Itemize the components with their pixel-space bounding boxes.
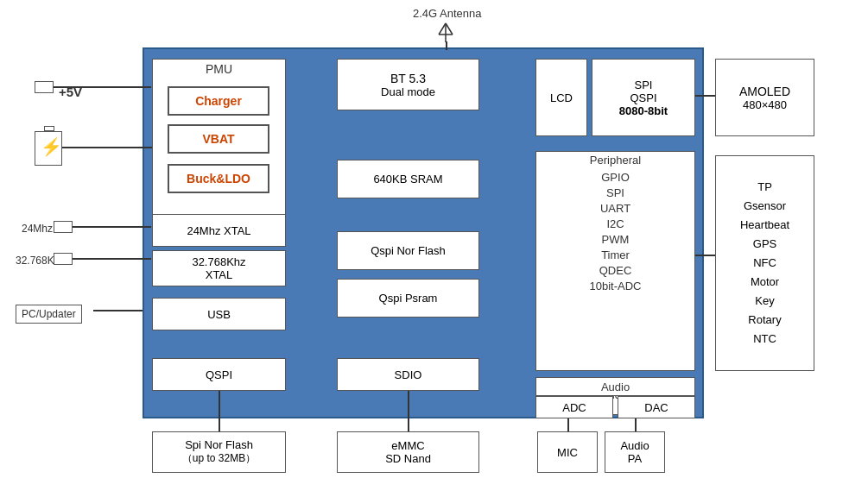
periph-nfc: NFC xyxy=(753,254,776,273)
periph-key: Key xyxy=(755,292,774,311)
audio-adc-inner: ADC xyxy=(535,396,613,418)
line-mic-adc xyxy=(567,418,569,431)
line-periph-right xyxy=(695,255,715,256)
mic-label: MIC xyxy=(557,446,578,459)
emmc-box: eMMC SD Nand xyxy=(337,431,479,473)
line-pc-updater xyxy=(93,310,143,311)
line-xtal32 xyxy=(73,258,151,260)
xtal-32-line1: 32.768Khz xyxy=(192,255,245,268)
lcd-iface-spi: SPI xyxy=(635,79,653,91)
line-lcd-amoled xyxy=(695,95,715,97)
bt-box: BT 5.3 Dual mode xyxy=(337,59,479,110)
pmu-buck-label: Buck&LDO xyxy=(187,172,250,186)
line-5v-pmu xyxy=(54,86,151,88)
bt-line2: Dual mode xyxy=(381,85,435,98)
mic-box: MIC xyxy=(537,431,598,473)
qspi-left-label: QSPI xyxy=(206,368,232,381)
peripheral-i2c: I2C xyxy=(535,217,695,230)
peripheral-qdec: QDEC xyxy=(535,264,695,277)
sram-box: 640KB SRAM xyxy=(337,160,479,198)
emmc-line1: eMMC xyxy=(391,439,424,452)
audio-pa-line1: Audio xyxy=(620,439,649,452)
antenna-label: 2.4G Antenna xyxy=(413,7,482,20)
amoled-box: AMOLED 480×480 xyxy=(715,59,814,136)
svg-line-2 xyxy=(446,23,453,35)
audio-pa-box: Audio PA xyxy=(605,431,665,473)
power-connector xyxy=(35,81,54,93)
emmc-line2: SD Nand xyxy=(385,452,431,465)
amoled-line1: AMOLED xyxy=(739,85,790,98)
pmu-charger-label: Charger xyxy=(195,94,242,108)
peripheral-adc: 10bit-ADC xyxy=(535,280,695,292)
xtal-24-label: 24Mhz xyxy=(22,223,53,235)
battery-top xyxy=(44,126,54,131)
peripheral-label: Peripheral xyxy=(535,154,695,167)
xtal-32-line2: XTAL xyxy=(206,268,233,281)
pmu-title: PMU xyxy=(152,62,286,76)
usb-label: USB xyxy=(207,308,231,321)
svg-line-1 xyxy=(439,23,446,35)
line-pa-dac xyxy=(635,418,637,431)
audio-dac-inner: DAC xyxy=(618,396,695,418)
qspi-nor-box: Qspi Nor Flash xyxy=(337,231,479,270)
peripheral-gpio: GPIO xyxy=(535,171,695,184)
xtal-32-connector xyxy=(54,253,73,265)
lcd-iface-qspi: QSPI xyxy=(630,91,656,104)
peripheral-pwm: PWM xyxy=(535,233,695,246)
peripherals-right-box: TP Gsensor Heartbeat GPS NFC Motor Key R… xyxy=(715,155,814,371)
lcd-interface-box: SPI QSPI 8080-8bit xyxy=(592,59,695,136)
pmu-vbat-box: VBAT xyxy=(168,124,269,154)
audio-adc-label: ADC xyxy=(562,401,586,414)
qspi-nor-label: Qspi Nor Flash xyxy=(371,244,446,257)
qspi-psram-label: Qspi Psram xyxy=(379,292,438,305)
bt-line1: BT 5.3 xyxy=(390,72,426,85)
line-battery-pmu xyxy=(62,147,166,148)
peripheral-timer: Timer xyxy=(535,248,695,261)
peripheral-spi: SPI xyxy=(535,186,695,199)
antenna-symbol xyxy=(436,19,455,43)
periph-heartbeat: Heartbeat xyxy=(740,216,789,235)
periph-gsensor: Gsensor xyxy=(744,197,786,216)
pmu-vbat-label: VBAT xyxy=(202,132,234,146)
spi-flash-box: Spi Nor Flash （up to 32MB） xyxy=(152,431,286,473)
battery: ⚡ xyxy=(35,131,62,166)
battery-bolt-icon: ⚡ xyxy=(41,136,62,157)
peripheral-uart: UART xyxy=(535,202,695,215)
periph-ntc: NTC xyxy=(753,330,776,349)
antenna-line-v xyxy=(446,41,447,50)
spi-flash-line1: Spi Nor Flash xyxy=(185,438,253,451)
xtal-24-box: 24Mhz XTAL xyxy=(152,214,286,247)
line-qspi-flash xyxy=(219,391,220,431)
periph-rotary: Rotary xyxy=(748,311,781,330)
periph-motor: Motor xyxy=(751,273,779,292)
sdio-label: SDIO xyxy=(395,368,422,381)
periph-tp: TP xyxy=(757,178,772,197)
lcd-iface-8080: 8080-8bit xyxy=(619,104,668,117)
pmu-charger-box: Charger xyxy=(168,86,269,116)
xtal-24-inner-label: 24Mhz XTAL xyxy=(187,224,250,237)
amoled-line2: 480×480 xyxy=(743,98,787,111)
pc-updater-label: PC/Updater xyxy=(16,305,82,324)
xtal-32-box: 32.768Khz XTAL xyxy=(152,250,286,286)
spi-flash-line2: （up to 32MB） xyxy=(182,451,256,466)
line-sdio-emmc xyxy=(408,391,409,431)
sdio-box: SDIO xyxy=(337,358,479,391)
pmu-buck-box: Buck&LDO xyxy=(168,164,269,193)
line-xtal24 xyxy=(73,226,151,228)
audio-pa-line2: PA xyxy=(628,452,642,465)
diagram-container: 2.4G Antenna +5V ⚡ 24Mhz 32.768Khz PC/Up… xyxy=(0,0,868,478)
qspi-left-box: QSPI xyxy=(152,358,286,391)
periph-gps: GPS xyxy=(753,235,776,254)
sram-label: 640KB SRAM xyxy=(373,173,442,186)
qspi-psram-box: Qspi Psram xyxy=(337,279,479,318)
audio-dac-label: DAC xyxy=(644,401,668,414)
lcd-label: LCD xyxy=(550,91,573,104)
lcd-box: LCD xyxy=(535,59,587,136)
audio-section-label: Audio xyxy=(535,377,695,396)
usb-box: USB xyxy=(152,298,286,330)
xtal-24-connector xyxy=(54,221,73,233)
